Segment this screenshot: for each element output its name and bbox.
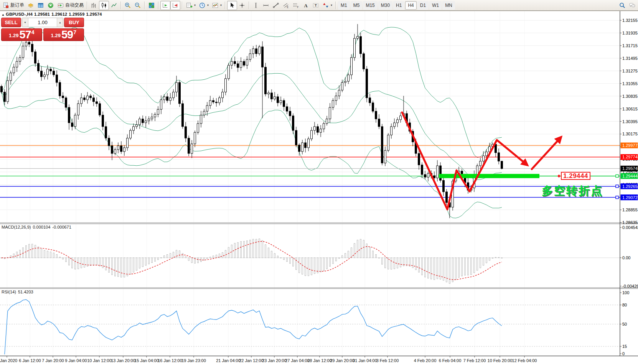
zigzag-arrow[interactable] <box>402 112 527 209</box>
rsi-indicator-label: RSI(14)51.4203 <box>2 290 35 294</box>
cursor-icon <box>229 2 236 9</box>
candlestick-chart-button[interactable] <box>99 1 109 10</box>
chart-shift-button[interactable] <box>170 1 180 10</box>
timeframe-button-m30[interactable]: M30 <box>378 1 392 10</box>
timeframe-button-m1[interactable]: M1 <box>338 1 350 10</box>
turning-point-annotation[interactable]: 多空转折点 <box>542 183 603 199</box>
market-watch-button[interactable] <box>26 1 36 10</box>
svg-text:0: 0 <box>622 351 625 356</box>
line-chart-button[interactable] <box>109 1 119 10</box>
symbol-header: ▲GBPUSD-,H41.295811.296121.295591.29574 <box>2 12 104 16</box>
svg-text:0.00: 0.00 <box>622 255 630 260</box>
indicators-icon <box>212 2 219 9</box>
projection-arrow[interactable] <box>532 137 561 169</box>
toolbar-separator <box>120 2 121 9</box>
new-order-icon <box>2 2 9 9</box>
support-line-blue-2-handle[interactable] <box>616 196 618 199</box>
search-button[interactable] <box>617 1 627 10</box>
arrows-button[interactable]: ▾ <box>321 1 334 10</box>
support-line-blue-1-handle[interactable] <box>616 185 618 188</box>
buy-price[interactable]: 1.29597 <box>43 28 84 41</box>
timeframe-button-h4[interactable]: H4 <box>405 1 416 10</box>
sell-button[interactable]: SELL <box>1 18 21 27</box>
collapse-arrow-icon[interactable]: ▲ <box>2 13 5 16</box>
volume-increase-button[interactable]: ▲ <box>57 18 63 27</box>
trendline-button[interactable] <box>271 1 281 10</box>
horizontal-line-button[interactable] <box>261 1 271 10</box>
svg-text:F: F <box>297 6 299 8</box>
dropdown-caret-icon[interactable]: ▾ <box>220 3 222 7</box>
text-button[interactable]: A <box>301 1 311 10</box>
timeframe-button-mn[interactable]: MN <box>442 1 455 10</box>
chat-button[interactable] <box>627 1 637 10</box>
zoom-out-button[interactable] <box>133 1 143 10</box>
timeframe-button-w1[interactable]: W1 <box>429 1 442 10</box>
timeframe-button-m15[interactable]: M15 <box>363 1 377 10</box>
time-axis-label: 12 Feb 04:00 <box>512 358 537 363</box>
buy-button[interactable]: BUY <box>64 18 84 27</box>
price-level-callout[interactable]: 1.29444 <box>561 172 590 180</box>
auto-trading-button[interactable]: 自动交易 <box>56 1 85 10</box>
chat-icon <box>629 2 636 9</box>
text-label-icon: T <box>312 2 319 9</box>
caret-up-icon: ▲ <box>59 21 61 24</box>
volume-decrease-button[interactable]: ▼ <box>22 18 28 27</box>
text-a-icon: A <box>302 2 309 9</box>
time-axis-label: 9 Jan 04:00 <box>65 358 87 363</box>
channel-icon: E <box>282 2 289 9</box>
dropdown-caret-icon[interactable]: ▾ <box>331 3 332 7</box>
auto-scroll-button[interactable] <box>160 1 170 10</box>
cursor-button[interactable] <box>227 1 237 10</box>
new-order-button[interactable]: 新订单 <box>1 1 26 10</box>
zoom-in-button[interactable] <box>123 1 133 10</box>
svg-text:1.30835: 1.30835 <box>622 94 638 99</box>
time-axis-label: 31 Jan 04:00 <box>353 358 377 363</box>
one-click-trading-panel: SELL ▼ ▲ BUY 1.29574 1.29597 <box>1 18 84 41</box>
svg-text:1.29977: 1.29977 <box>622 143 638 148</box>
sell-price[interactable]: 1.29574 <box>1 28 42 41</box>
toolbar-separator <box>144 2 145 9</box>
timeframe-button-m5[interactable]: M5 <box>351 1 363 10</box>
dropdown-caret-icon[interactable]: ▾ <box>207 3 209 7</box>
rsi-pane <box>0 300 620 354</box>
dropdown-caret-icon[interactable]: ▾ <box>194 3 196 7</box>
connection-button[interactable] <box>46 1 56 10</box>
time-axis-label: 15 Jan 04:00 <box>134 358 159 363</box>
profiles-button[interactable] <box>36 1 46 10</box>
timeframe-button-d1[interactable]: D1 <box>417 1 429 10</box>
svg-text:80: 80 <box>622 303 627 307</box>
search-icon <box>619 2 626 9</box>
time-axis-label: 10 Feb 20:00 <box>488 358 513 363</box>
fibonacci-button[interactable]: F <box>291 1 301 10</box>
toolbar-separator <box>87 2 87 9</box>
svg-text:50: 50 <box>622 322 627 326</box>
volume-input[interactable] <box>28 18 57 27</box>
callout-anchor-diamond <box>557 175 561 178</box>
indicators-button[interactable]: ▾ <box>210 1 223 10</box>
gold-pages-icon <box>27 2 34 9</box>
time-axis-label: 10 Jan 12:00 <box>87 358 112 363</box>
support-line-green-handle[interactable] <box>616 175 618 177</box>
timeframe-button-h1[interactable]: H1 <box>393 1 404 10</box>
tile-windows-icon <box>148 2 155 9</box>
channel-button[interactable]: E <box>281 1 291 10</box>
time-axis-label: 6 Jan 12:00 <box>19 358 41 363</box>
bar-chart-button[interactable] <box>89 1 99 10</box>
label-button[interactable]: T <box>311 1 321 10</box>
time-axis-label: 13 Jan 20:00 <box>111 358 135 363</box>
horizontal-level-lines <box>0 145 620 197</box>
chart-window: 1.321551.319351.317151.314951.312751.310… <box>0 11 638 364</box>
toolbar-separator <box>249 2 249 9</box>
trend-arrows[interactable] <box>402 112 561 209</box>
new-chart-button[interactable]: ▾ <box>184 1 197 10</box>
svg-text:-0.004262: -0.004262 <box>622 284 638 288</box>
crosshair-button[interactable] <box>237 1 247 10</box>
symbol-name: GBPUSD-,H4 <box>6 12 33 16</box>
price-axis: 1.321551.319351.317151.314951.312751.310… <box>620 18 638 356</box>
vertical-line-button[interactable] <box>251 1 261 10</box>
periods-button[interactable]: ▾ <box>197 1 210 10</box>
svg-text:1.31715: 1.31715 <box>622 43 638 48</box>
svg-text:1.30395: 1.30395 <box>622 119 638 124</box>
macd-indicator-label: MACD(12,26,9)0.000104-0.000671 <box>2 225 73 229</box>
tile-windows-button[interactable] <box>147 1 157 10</box>
